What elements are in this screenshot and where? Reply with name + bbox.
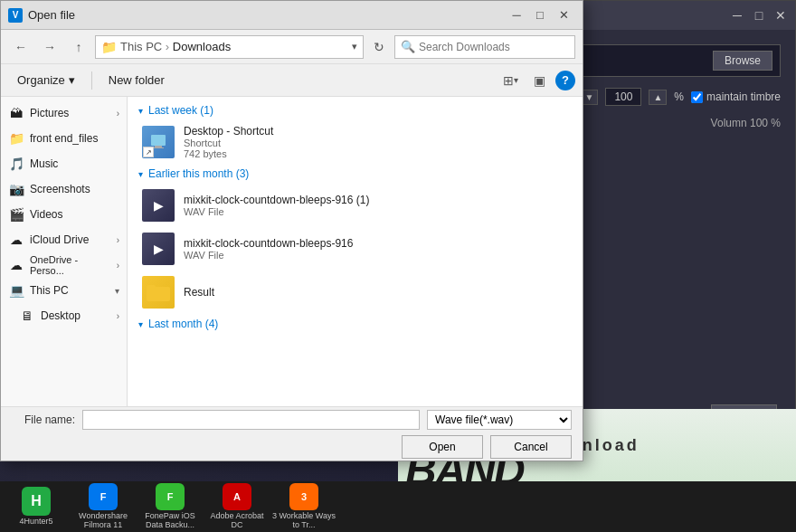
this-pc-icon: 💻	[8, 282, 24, 299]
browse-button[interactable]: Browse	[713, 51, 772, 71]
file-name-wav2: mixkit-clock-countdown-bleeps-916	[184, 237, 568, 250]
file-thumb-wav1: ▶	[142, 189, 175, 222]
speed-up-button[interactable]: ▲	[649, 90, 667, 105]
dialog-title: Open file	[28, 8, 505, 22]
this-pc-expand-icon: ▾	[115, 286, 119, 296]
taskbar-icon-filmora: F	[89, 483, 118, 510]
view-layout-button[interactable]: ⊞ ▾	[498, 68, 523, 93]
sidebar-item-icloud[interactable]: ☁ iCloud Drive ›	[1, 227, 127, 252]
taskbar-icon-workable: 3	[289, 483, 318, 510]
file-info-result: Result	[184, 286, 568, 299]
section-earlier-month-arrow: ▾	[138, 169, 143, 179]
play-icon-wav1: ▶	[154, 198, 164, 213]
file-thumb-wav2: ▶	[142, 233, 175, 265]
filename-row: File name: Wave file(*.wav)	[12, 410, 572, 430]
taskbar-icon-adobe: A	[223, 483, 251, 510]
section-last-week[interactable]: ▾ Last week (1)	[128, 100, 583, 120]
file-info-wav2: mixkit-clock-countdown-bleeps-916 WAV Fi…	[184, 237, 568, 261]
taskbar-icon-hunter5: H	[22, 487, 51, 516]
file-name-wav1: mixkit-clock-countdown-bleeps-916 (1)	[184, 194, 568, 206]
filename-label: File name:	[12, 413, 75, 426]
taskbar-item-adobe[interactable]: A Adobe Acrobat DC	[204, 483, 270, 530]
dialog-minimize-button[interactable]: ─	[505, 4, 528, 27]
address-dropdown-arrow[interactable]: ▾	[352, 41, 357, 52]
file-info-wav1: mixkit-clock-countdown-bleeps-916 (1) WA…	[184, 194, 568, 217]
file-item-wav2[interactable]: ▶ mixkit-clock-countdown-bleeps-916 WAV …	[128, 227, 583, 271]
file-type-wav2: WAV File	[184, 250, 568, 261]
new-folder-button[interactable]: New folder	[100, 68, 174, 93]
icloud-icon: ☁	[8, 232, 24, 248]
maximize-button-bg[interactable]: □	[752, 8, 766, 23]
taskbar-label-hunter5: 4Hunter5	[19, 518, 52, 527]
videos-icon: 🎬	[8, 206, 24, 223]
sidebar-item-pictures[interactable]: 🏔 Pictures ›	[1, 100, 127, 126]
help-button[interactable]: ?	[555, 71, 575, 90]
taskbar-item-fonepaw[interactable]: F FonePaw iOS Data Backu...	[137, 483, 203, 530]
dialog-titlebar: V Open file ─ □ ✕	[1, 1, 583, 30]
file-thumb-desktop	[142, 126, 175, 158]
dialog-bottom: File name: Wave file(*.wav) Open Cancel	[1, 406, 583, 461]
sidebar-item-front-end[interactable]: 📁 front end_files	[1, 126, 127, 151]
front-end-icon: 📁	[8, 130, 24, 147]
sidebar-item-videos[interactable]: 🎬 Videos	[1, 202, 127, 227]
section-earlier-month-label: Earlier this month (3)	[148, 167, 249, 180]
section-last-week-arrow: ▾	[138, 106, 143, 116]
dialog-close-button[interactable]: ✕	[552, 4, 575, 27]
sidebar-item-music[interactable]: 🎵 Music	[1, 151, 127, 176]
search-box: 🔍	[394, 35, 575, 59]
dialog-maximize-button[interactable]: □	[528, 4, 552, 27]
forward-button[interactable]: →	[37, 34, 62, 60]
address-bar[interactable]: 📁 This PC › Downloads ▾	[95, 35, 364, 59]
sidebar-item-desktop[interactable]: 🖥 Desktop ›	[1, 303, 127, 328]
speed-value-input[interactable]: 100	[605, 88, 641, 106]
taskbar-item-filmora[interactable]: F Wondershare Filmora 11	[71, 483, 136, 530]
open-button[interactable]: Open	[402, 435, 483, 459]
section-last-month[interactable]: ▾ Last month (4)	[128, 314, 583, 334]
shortcut-arrow-icon	[143, 147, 154, 157]
svg-rect-2	[153, 147, 164, 148]
sidebar-item-screenshots[interactable]: 📷 Screenshots	[1, 176, 127, 202]
cancel-button[interactable]: Cancel	[490, 435, 572, 459]
desktop-expand-icon: ›	[117, 311, 119, 321]
section-earlier-month[interactable]: ▾ Earlier this month (3)	[128, 164, 583, 184]
sidebar-item-this-pc[interactable]: 💻 This PC ▾	[1, 278, 127, 303]
up-button[interactable]: ↑	[66, 34, 91, 60]
folder-svg-result	[147, 283, 170, 301]
sidebar-item-onedrive[interactable]: ☁ OneDrive - Perso... ›	[1, 252, 127, 278]
search-icon: 🔍	[401, 40, 415, 53]
speed-unit: %	[674, 90, 684, 103]
back-button[interactable]: ←	[8, 34, 33, 60]
close-button-bg[interactable]: ✕	[773, 8, 788, 23]
filename-input[interactable]	[82, 410, 420, 430]
taskbar-item-workable[interactable]: 3 3 Workable Ways to Tr...	[271, 483, 336, 530]
file-name-result: Result	[184, 286, 568, 299]
pane-button[interactable]: ▣	[526, 68, 552, 93]
icloud-expand-icon: ›	[117, 235, 119, 245]
action-row: Open Cancel	[12, 435, 572, 459]
search-input[interactable]	[419, 41, 569, 53]
file-item-wav1[interactable]: ▶ mixkit-clock-countdown-bleeps-916 (1) …	[128, 184, 583, 227]
file-item-desktop-shortcut[interactable]: Desktop - Shortcut Shortcut 742 bytes	[128, 120, 583, 164]
section-last-month-label: Last month (4)	[148, 318, 218, 330]
maintain-timbre-control: maintain timbre	[691, 90, 781, 103]
svg-rect-0	[151, 135, 166, 146]
svg-rect-3	[147, 287, 170, 301]
filetype-select[interactable]: Wave file(*.wav)	[427, 410, 572, 430]
refresh-button[interactable]: ↻	[367, 35, 391, 59]
taskbar-label-adobe: Adobe Acrobat DC	[204, 512, 270, 530]
pictures-icon: 🏔	[8, 105, 24, 121]
file-info-desktop: Desktop - Shortcut Shortcut 742 bytes	[184, 125, 568, 159]
left-navigation: 🏔 Pictures › 📁 front end_files 🎵 Music 📷…	[1, 97, 128, 406]
taskbar-item-hunter5[interactable]: H 4Hunter5	[4, 483, 69, 530]
organize-button[interactable]: Organize ▾	[8, 68, 84, 93]
file-item-result[interactable]: Result	[128, 271, 583, 314]
onedrive-expand-icon: ›	[117, 261, 119, 271]
open-file-dialog: V Open file ─ □ ✕ ← → ↑ 📁 This PC › Down…	[0, 0, 583, 461]
view-buttons: ⊞ ▾ ▣ ?	[498, 68, 575, 93]
maintain-timbre-checkbox[interactable]	[691, 91, 703, 103]
maintain-timbre-label: maintain timbre	[706, 90, 781, 103]
screenshots-icon: 📷	[8, 181, 24, 197]
play-icon-wav2: ▶	[154, 242, 164, 256]
minimize-button-bg[interactable]: ─	[730, 8, 744, 23]
section-last-month-arrow: ▾	[138, 319, 143, 329]
